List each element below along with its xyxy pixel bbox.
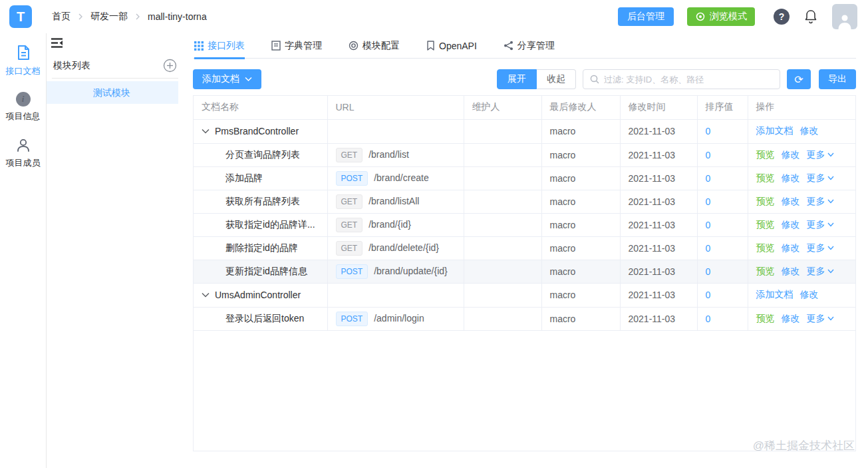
- app-logo[interactable]: T: [9, 5, 32, 28]
- edit-link[interactable]: 修改: [800, 125, 819, 137]
- sidebar-item-api-docs[interactable]: 接口文档: [0, 39, 46, 87]
- bookmark-icon: [426, 41, 435, 51]
- edit-link[interactable]: 修改: [782, 266, 800, 278]
- browse-mode-button[interactable]: 浏览模式: [687, 7, 755, 26]
- table-row-doc: 更新指定id品牌信息 POST/brand/update/{id} macro …: [194, 260, 855, 283]
- date-cell: 2021-11-03: [620, 236, 697, 260]
- sidebar-item-label: 接口文档: [6, 65, 41, 77]
- chevron-down-icon[interactable]: [202, 292, 210, 298]
- torna-app: T 首页 研发一部 mall-tiny-torna 后台管理 浏览模式 ?: [0, 0, 868, 468]
- more-link[interactable]: 更多: [807, 149, 834, 161]
- tab-label: 字典管理: [285, 40, 322, 52]
- collapse-button[interactable]: 收起: [537, 69, 576, 89]
- maintainer-cell: [464, 260, 541, 283]
- grid-icon: [194, 41, 204, 51]
- more-link[interactable]: 更多: [807, 242, 834, 254]
- modifier-cell: macro: [541, 166, 620, 190]
- chevron-down-icon: [827, 176, 834, 180]
- preview-link[interactable]: 预览: [756, 196, 775, 208]
- order-value[interactable]: 0: [706, 150, 711, 160]
- refresh-icon: ⟳: [794, 73, 803, 86]
- dict-icon: [271, 41, 281, 51]
- tab-dict-manage[interactable]: 字典管理: [271, 33, 322, 59]
- order-value[interactable]: 0: [706, 314, 711, 324]
- preview-link[interactable]: 预览: [756, 149, 775, 161]
- date-cell: 2021-11-03: [620, 213, 697, 236]
- preview-link[interactable]: 预览: [756, 242, 775, 254]
- column-header-last-modifier: 最后修改人: [541, 96, 620, 119]
- order-value[interactable]: 0: [706, 220, 711, 230]
- edit-link[interactable]: 修改: [782, 219, 800, 231]
- chevron-down-icon[interactable]: [202, 128, 210, 134]
- more-link[interactable]: 更多: [807, 266, 834, 278]
- more-link[interactable]: 更多: [807, 196, 834, 208]
- method-tag: GET: [336, 241, 363, 256]
- maintainer-cell: [464, 119, 541, 143]
- edit-link[interactable]: 修改: [782, 172, 800, 184]
- preview-link[interactable]: 预览: [756, 313, 775, 325]
- more-link[interactable]: 更多: [807, 313, 834, 325]
- order-value[interactable]: 0: [706, 243, 711, 254]
- url-path: /brand/{id}: [368, 219, 411, 230]
- preview-link[interactable]: 预览: [756, 172, 775, 184]
- order-value[interactable]: 0: [706, 196, 711, 207]
- edit-link[interactable]: 修改: [782, 242, 800, 254]
- maintainer-cell: [464, 283, 541, 307]
- more-link[interactable]: 更多: [807, 219, 834, 231]
- module-list-header: 模块列表: [52, 55, 178, 79]
- add-doc-link[interactable]: 添加文档: [756, 289, 794, 301]
- edit-link[interactable]: 修改: [782, 149, 800, 161]
- bell-icon[interactable]: [804, 9, 817, 24]
- admin-button[interactable]: 后台管理: [618, 7, 674, 26]
- expand-button[interactable]: 展开: [497, 69, 537, 89]
- more-link[interactable]: 更多: [807, 172, 834, 184]
- tab-share-manage[interactable]: 分享管理: [504, 33, 555, 59]
- url-path: /brand/update/{id}: [374, 266, 448, 276]
- menu-fold-icon[interactable]: [51, 37, 63, 49]
- search-box: [583, 69, 780, 89]
- modifier-cell: macro: [541, 307, 620, 330]
- expand-collapse-group: 展开 收起: [497, 69, 576, 89]
- module-list-title: 模块列表: [53, 60, 90, 72]
- modifier-cell: macro: [541, 260, 620, 283]
- method-tag: GET: [336, 148, 363, 162]
- doc-name: 更新指定id品牌信息: [194, 260, 327, 283]
- module-item-test[interactable]: 测试模块: [47, 81, 178, 104]
- modifier-cell: macro: [541, 283, 620, 307]
- add-doc-button[interactable]: 添加文档: [193, 69, 261, 89]
- column-header-doc-name: 文档名称: [194, 96, 327, 119]
- tab-label: OpenAPI: [439, 41, 477, 51]
- add-doc-link[interactable]: 添加文档: [756, 125, 794, 137]
- order-value[interactable]: 0: [706, 173, 711, 184]
- chevron-right-icon: [134, 13, 141, 21]
- edit-link[interactable]: 修改: [782, 196, 800, 208]
- sidebar-item-project-members[interactable]: 项目成员: [0, 132, 46, 178]
- refresh-button[interactable]: ⟳: [787, 69, 811, 89]
- preview-link[interactable]: 预览: [756, 219, 775, 231]
- tab-module-config[interactable]: 模块配置: [349, 33, 400, 59]
- tab-api-list[interactable]: 接口列表: [194, 33, 245, 59]
- topbar-actions: 后台管理 浏览模式 ?: [618, 4, 857, 29]
- order-value[interactable]: 0: [706, 290, 711, 300]
- help-icon[interactable]: ?: [774, 9, 790, 25]
- breadcrumb-project[interactable]: mall-tiny-torna: [148, 11, 207, 22]
- avatar[interactable]: [832, 4, 857, 29]
- edit-link[interactable]: 修改: [782, 313, 800, 325]
- preview-link[interactable]: 预览: [756, 266, 775, 278]
- breadcrumb-group[interactable]: 研发一部: [90, 11, 128, 23]
- column-header-order: 排序值: [697, 96, 748, 119]
- method-tag: GET: [336, 194, 363, 209]
- export-button[interactable]: 导出: [819, 69, 856, 89]
- modifier-cell: macro: [541, 143, 620, 166]
- sidebar-item-project-info[interactable]: i 项目信息: [0, 87, 46, 132]
- add-module-icon[interactable]: [163, 59, 177, 73]
- tab-bar: 接口列表 字典管理 模块配置 OpenAPI 分享管理: [193, 33, 856, 59]
- order-value[interactable]: 0: [706, 266, 711, 277]
- tab-openapi[interactable]: OpenAPI: [426, 33, 477, 59]
- order-value[interactable]: 0: [706, 126, 711, 136]
- search-input[interactable]: [604, 75, 773, 85]
- url-path: /brand/list: [368, 149, 409, 160]
- chevron-down-icon: [827, 199, 834, 204]
- breadcrumb-home[interactable]: 首页: [52, 11, 71, 23]
- edit-link[interactable]: 修改: [800, 289, 819, 301]
